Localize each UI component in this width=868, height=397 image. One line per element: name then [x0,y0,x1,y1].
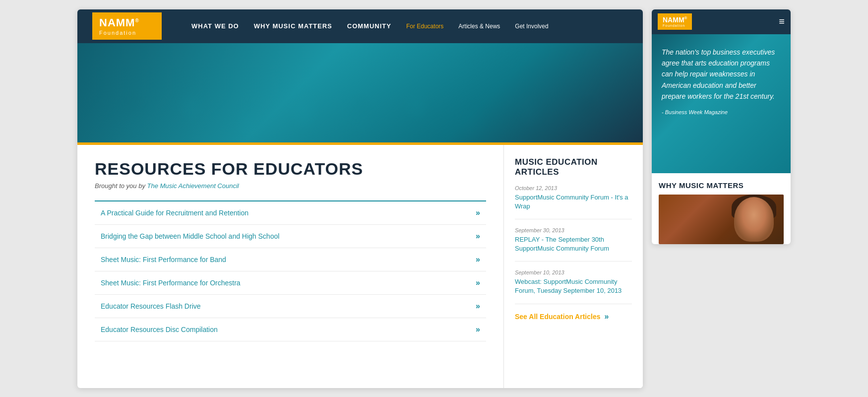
resource-arrow-icon: » [476,302,480,311]
article-date: October 12, 2013 [515,185,632,191]
resource-label: Educator Resources Flash Drive [101,302,201,310]
resource-arrow-icon: » [476,278,480,287]
nav-why-music[interactable]: WHY MUSIC MATTERS [254,22,332,30]
see-all-education-articles-link[interactable]: See All Education Articles » [515,312,632,321]
navigation: WHAT WE DO WHY MUSIC MATTERS COMMUNITY F… [191,22,549,30]
mobile-quote-section: The nation's top business executives agr… [652,34,791,173]
hero-overlay [77,43,643,142]
list-item[interactable]: Educator Resources Disc Compilation » [95,318,486,341]
list-item[interactable]: Educator Resources Flash Drive » [95,295,486,318]
mobile-logo[interactable]: NAMM® Foundation [658,13,692,30]
list-item[interactable]: Sheet Music: First Performance for Band … [95,248,486,271]
nav-articles-news[interactable]: Articles & News [458,23,500,30]
resource-arrow-icon: » [476,232,480,241]
resource-arrow-icon: » [476,208,480,217]
mobile-quote-attribution: - Business Week Magazine [662,109,781,115]
resource-label: Educator Resources Disc Compilation [101,326,218,333]
resource-label: Sheet Music: First Performance for Orche… [101,279,241,287]
resource-arrow-icon: » [476,255,480,264]
navbar: NAMM® Foundation WHAT WE DO WHY MUSIC MA… [77,9,643,43]
logo-foundation: Foundation [99,30,136,36]
list-item[interactable]: Sheet Music: First Performance for Orche… [95,271,486,295]
article-link[interactable]: Webcast: SupportMusic Community Forum, T… [515,277,632,295]
nav-community[interactable]: COMMUNITY [347,22,391,30]
logo-namm: NAMM® [99,16,139,29]
mobile-logo-namm: NAMM® [663,16,687,24]
article-link[interactable]: SupportMusic Community Forum - It's a Wr… [515,193,632,211]
mobile-person-face [734,197,774,242]
nav-what-we-do[interactable]: WHAT WE DO [191,22,239,30]
mobile-why-section-title: WHY MUSIC MATTERS [659,181,784,190]
nav-get-involved[interactable]: Get Involved [515,23,548,30]
article-item: September 30, 2013 REPLAY - The Septembe… [515,227,632,262]
sidebar-section-title: MUSIC EDUCATION ARTICLES [515,157,632,177]
mobile-preview-panel: NAMM® Foundation ≡ The nation's top busi… [652,9,791,244]
article-date: September 30, 2013 [515,227,632,233]
see-all-arrow-icon: » [604,312,609,321]
hero-image [77,43,643,142]
main-panel: NAMM® Foundation WHAT WE DO WHY MUSIC MA… [77,9,643,388]
list-item[interactable]: A Practical Guide for Recruitment and Re… [95,201,486,225]
left-content: RESOURCES FOR EDUCATORS Brought to you b… [77,145,504,388]
nav-for-educators[interactable]: For Educators [406,23,443,30]
resource-label: Sheet Music: First Performance for Band [101,256,226,264]
logo[interactable]: NAMM® Foundation [92,12,162,40]
page-title: RESOURCES FOR EDUCATORS [95,160,486,178]
mobile-why-section: WHY MUSIC MATTERS [652,173,791,244]
list-item[interactable]: Bridging the Gap between Middle School a… [95,225,486,248]
hamburger-menu-icon[interactable]: ≡ [779,16,785,27]
resource-arrow-icon: » [476,325,480,334]
resource-label: A Practical Guide for Recruitment and Re… [101,209,248,217]
article-link[interactable]: REPLAY - The September 30th SupportMusic… [515,235,632,253]
mobile-why-image [659,195,784,244]
right-sidebar: MUSIC EDUCATION ARTICLES October 12, 201… [504,145,643,388]
subtitle-link[interactable]: The Music Achievement Council [147,182,239,190]
mobile-navbar: NAMM® Foundation ≡ [652,9,791,34]
article-item: September 10, 2013 Webcast: SupportMusic… [515,269,632,304]
mobile-quote-text: The nation's top business executives agr… [662,47,781,102]
resource-list: A Practical Guide for Recruitment and Re… [95,200,486,341]
content-area: RESOURCES FOR EDUCATORS Brought to you b… [77,145,643,388]
subtitle: Brought to you by The Music Achievement … [95,182,486,190]
article-date: September 10, 2013 [515,269,632,275]
article-item: October 12, 2013 SupportMusic Community … [515,185,632,219]
resource-label: Bridging the Gap between Middle School a… [101,232,279,240]
mobile-logo-foundation: Foundation [663,24,687,27]
